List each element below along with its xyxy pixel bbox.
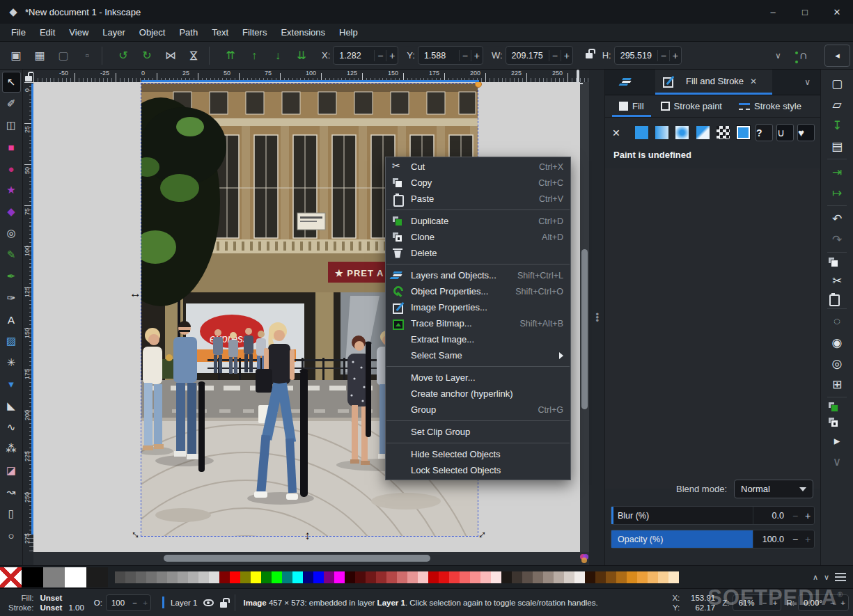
zoom-inc-button[interactable]: + (770, 599, 781, 607)
opacity-increment-button[interactable]: + (801, 530, 814, 548)
eraser-tool[interactable]: ◪ (2, 460, 21, 481)
color-swatch[interactable] (376, 571, 386, 583)
color-swatch[interactable] (658, 571, 668, 583)
raise-to-top-icon[interactable]: ⇈ (219, 45, 242, 66)
lower-to-bottom-icon[interactable]: ⇊ (290, 45, 313, 66)
subtab-stroke-paint[interactable]: Stroke paint (654, 95, 729, 117)
zoom-drawing-icon[interactable]: ◉ (827, 334, 847, 351)
color-managed-mode-icon[interactable] (580, 552, 589, 565)
minimize-button[interactable]: – (757, 0, 789, 24)
spiral-tool[interactable]: ◎ (2, 223, 21, 244)
blur-value[interactable]: 0.0 (753, 507, 789, 524)
subtab-stroke-style[interactable]: Stroke style (732, 95, 808, 117)
selector-tool[interactable]: ↖ (2, 72, 21, 93)
color-swatch[interactable] (668, 571, 679, 583)
paste-icon[interactable] (828, 293, 840, 304)
width-spinbox[interactable]: 209.175 − + (506, 46, 573, 65)
color-swatch[interactable] (606, 571, 616, 583)
fill-rule-nonzero-button[interactable]: ∪ (776, 124, 794, 141)
object-opacity-value[interactable]: 100 (107, 599, 130, 607)
current-layer-name[interactable]: Layer 1 (171, 599, 197, 607)
redo-icon[interactable]: ↷ (827, 231, 847, 248)
stroke-value[interactable]: Unset (40, 603, 62, 612)
copy-icon[interactable] (828, 257, 840, 268)
color-swatch[interactable] (324, 571, 334, 583)
close-button[interactable]: ✕ (821, 0, 853, 24)
no-paint-button[interactable]: ✕ (612, 124, 629, 141)
select-all-layers-icon[interactable]: ▦ (28, 45, 52, 66)
palette-scroll-up-icon[interactable]: ∧ (813, 573, 818, 582)
opacity-slider[interactable]: Opacity (%) (611, 530, 753, 548)
menu-separator[interactable] (386, 443, 570, 443)
tab-layers-and-objects[interactable] (605, 70, 655, 95)
menu-trace-bitmap[interactable]: Trace Bitmap... Shift+Alt+B (386, 315, 570, 331)
color-swatch[interactable] (543, 571, 554, 583)
menu-clone[interactable]: Clone Alt+D (386, 229, 570, 245)
pages-tool[interactable]: ▯ (2, 503, 21, 524)
width-value[interactable]: 209.175 (506, 51, 549, 61)
paint-bucket-tool[interactable]: ◣ (2, 395, 21, 416)
rotation-dec-button[interactable]: − (827, 599, 838, 607)
menubar-item[interactable]: Edit (33, 27, 62, 38)
color-swatch[interactable] (595, 571, 606, 583)
color-swatch[interactable] (198, 571, 209, 583)
rotate-ccw-icon[interactable]: ↺ (111, 45, 135, 66)
menu-separator[interactable] (386, 210, 570, 210)
color-swatch[interactable] (627, 571, 637, 583)
layer-lock-icon[interactable] (220, 602, 227, 608)
swatch-none[interactable] (0, 567, 22, 587)
color-swatch[interactable] (178, 571, 188, 583)
opacity-decrement-button[interactable]: − (789, 530, 801, 548)
lock-aspect-ratio-icon[interactable] (586, 53, 593, 58)
color-swatch[interactable] (480, 571, 491, 583)
horizontal-scrollbar-thumb[interactable] (164, 555, 430, 562)
ruler-lock-corner[interactable] (23, 70, 33, 82)
gradient-tool[interactable]: ▨ (2, 331, 21, 352)
palette-menu-icon[interactable] (835, 573, 846, 581)
color-swatch[interactable] (574, 571, 585, 583)
color-swatch[interactable] (157, 571, 167, 583)
color-swatch[interactable] (648, 571, 658, 583)
menu-separator[interactable] (386, 264, 570, 264)
color-swatch[interactable] (470, 571, 480, 583)
linear-gradient-button[interactable] (653, 124, 670, 141)
calligraphy-tool[interactable]: ✑ (2, 287, 21, 308)
separator[interactable] (827, 308, 847, 309)
display-mode-corner[interactable] (577, 71, 579, 81)
blend-mode-select[interactable]: Normal (734, 480, 813, 498)
fill-value[interactable]: Unset (40, 594, 62, 602)
color-swatch[interactable] (209, 571, 219, 583)
horizontal-scrollbar[interactable] (33, 552, 580, 565)
menu-paste[interactable]: Paste Ctrl+V (386, 191, 570, 207)
menu-group[interactable]: Group Ctrl+G (386, 402, 570, 418)
x-increment-button[interactable]: + (386, 50, 398, 61)
scale-handle-left[interactable]: ↔ (130, 287, 141, 299)
height-increment-button[interactable]: + (669, 50, 681, 61)
zoom-spinbox[interactable]: 61% − + (733, 594, 781, 611)
color-swatch[interactable] (428, 571, 439, 583)
rectangle-tool[interactable]: ■ (2, 136, 21, 157)
swatch[interactable] (86, 567, 108, 587)
y-increment-button[interactable]: + (471, 50, 483, 61)
pattern-button[interactable] (714, 124, 731, 141)
blur-slider[interactable]: Blur (%) (611, 507, 753, 524)
color-swatch[interactable] (491, 571, 501, 583)
scale-handle-bottom[interactable]: ↔ (304, 530, 315, 542)
menubar-item[interactable]: File (4, 27, 33, 38)
zoom-page-icon[interactable]: ◎ (827, 355, 847, 372)
export-icon[interactable]: ↦ (827, 184, 847, 201)
menubar-item[interactable]: Extensions (274, 27, 332, 38)
menubar-item[interactable]: Path (172, 27, 205, 38)
vertical-scrollbar[interactable] (580, 82, 589, 552)
selection-corner-marker[interactable] (475, 82, 482, 88)
color-swatch[interactable] (501, 571, 512, 583)
color-swatch[interactable] (522, 571, 533, 583)
blur-decrement-button[interactable]: − (789, 507, 801, 524)
fill-rule-evenodd-button[interactable]: ♥ (797, 124, 815, 141)
mesh-tool[interactable]: ✳ (2, 352, 21, 373)
menu-separator[interactable] (386, 366, 570, 367)
spray-tool[interactable]: ⁂ (2, 439, 21, 459)
menubar-item[interactable]: Help (332, 27, 365, 38)
menubar-item[interactable]: Object (132, 27, 173, 38)
maximize-button[interactable]: □ (789, 0, 821, 24)
